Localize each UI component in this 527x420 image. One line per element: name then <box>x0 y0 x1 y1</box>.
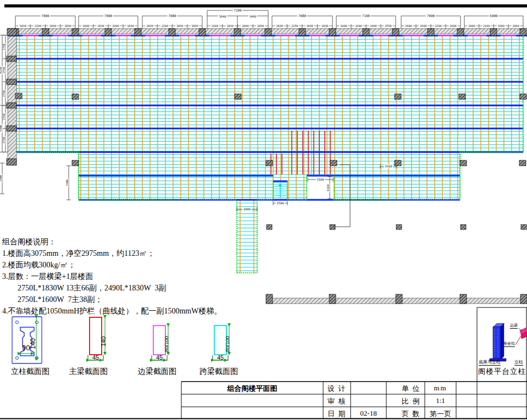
column-block <box>72 94 79 99</box>
dim-label: 1830 <box>19 24 26 27</box>
stairwell <box>237 200 257 273</box>
note-line: 4.不靠墙处配1050mmH护栏（曲线处），配一副1500mmW楼梯。 <box>2 306 221 316</box>
column-block <box>396 294 402 304</box>
column-block <box>7 126 16 131</box>
column-block <box>520 29 526 36</box>
column-block <box>265 29 271 36</box>
dim-label: 1900 <box>340 24 347 27</box>
page-top-border <box>4 4 527 8</box>
column-block <box>105 29 112 36</box>
section-dim: 140 <box>29 338 37 349</box>
dim-label: 1830 <box>127 24 134 27</box>
dim-label: 6900 <box>490 14 498 18</box>
column-block <box>396 225 402 229</box>
column-block <box>395 94 401 99</box>
column-block <box>395 160 401 166</box>
dim-label: 2150 <box>291 24 298 27</box>
dim-label: 1830 <box>321 24 329 27</box>
column-block <box>7 56 16 61</box>
column-block <box>461 225 466 229</box>
dim-label: 3460 <box>249 15 256 18</box>
dim-label: 2000 <box>112 24 119 27</box>
dim-label: 2060 <box>512 24 519 27</box>
legend-label-safety-lock: 安全扣 <box>503 341 515 347</box>
scale-label: 比 例 <box>402 396 420 406</box>
dim-label: 1830 <box>97 24 104 27</box>
left-wall <box>8 29 16 163</box>
design-label: 设 计 <box>328 384 346 394</box>
dim-label: 1920 <box>385 165 392 168</box>
section-dim: 140 <box>100 337 107 346</box>
dim-label: 7080 <box>298 14 307 18</box>
column-block <box>72 29 79 36</box>
column-block <box>490 29 497 36</box>
column-block <box>521 225 526 229</box>
dim-label: 2000 <box>82 24 90 27</box>
dim-label: 3300 <box>0 175 2 182</box>
section-dim: 45 <box>214 354 227 361</box>
column-block <box>7 29 16 36</box>
column-block <box>392 29 399 36</box>
legend-label-edge-beam: 边梁 <box>510 323 518 329</box>
dim-label: 1830 <box>176 24 184 27</box>
column-block <box>135 29 141 36</box>
section-diagrams <box>12 317 229 363</box>
note-line: 3.层数：一层横梁+1层楼面 <box>2 272 93 282</box>
column-block <box>7 159 16 165</box>
dim-label: 1600 <box>498 24 505 27</box>
cad-drawing-page: 7000183022001830183070002000183020001830… <box>0 0 527 420</box>
column-block <box>519 160 526 166</box>
review-label: 审 核 <box>328 396 346 406</box>
section-dim: 80/100 <box>163 336 169 352</box>
column-block <box>234 29 241 36</box>
section-dim: 45 <box>89 354 102 361</box>
dim-label: 2200 <box>435 24 442 27</box>
column-block <box>42 29 49 36</box>
dim-label: 2100 <box>212 24 219 27</box>
dim-label: 2000 <box>243 208 251 211</box>
floor-plan-drawing: 7000183022001830183070002000183020001830… <box>0 0 527 420</box>
section-label-main-beam: 主梁截面图 <box>65 367 112 377</box>
section-label-edge-beam: 边梁截面图 <box>134 367 181 377</box>
scale-value: 1:1 <box>425 396 456 405</box>
dim-label: 1830 <box>191 24 198 27</box>
staircase <box>274 182 287 200</box>
note-line: 1.楼面高3075mm，净空2975mm，约1123㎡； <box>2 249 155 259</box>
dim-label: 1500 <box>276 201 284 205</box>
column-block <box>428 29 434 36</box>
legend-label-column: 立柱 <box>514 359 523 366</box>
dim-label: 2550 <box>385 24 392 27</box>
dim-label: 1830 <box>146 24 153 27</box>
dim-label: 2200 <box>35 24 42 27</box>
column-block <box>266 160 273 166</box>
column-block <box>363 29 369 36</box>
column-block <box>72 160 79 166</box>
dim-label: 7080 <box>168 14 176 18</box>
pages-label: 页 数 <box>402 409 420 419</box>
note-line: 2.楼面均载300kg/㎡； <box>2 260 75 270</box>
dim-label: 3100 <box>317 178 324 181</box>
date-value: 02-18 <box>352 409 385 418</box>
legend-label-base-column: 底座与立柱 <box>479 359 501 366</box>
dim-label: 1830 <box>307 24 314 27</box>
column-block <box>330 225 335 229</box>
column-block <box>520 294 527 304</box>
column-block <box>460 160 467 166</box>
drawing-title: 组合阁楼平面图 <box>187 384 318 394</box>
dim-label: 1830 <box>64 24 71 27</box>
unit-value: mm <box>425 384 456 393</box>
column-block <box>7 79 16 85</box>
dim-label: 2100 <box>483 24 490 27</box>
dim-label: 1600 <box>370 24 377 27</box>
section-label-cross-beam: 跨梁截面图 <box>195 367 242 377</box>
pages-value: 第一页 <box>425 409 456 419</box>
dim-label: 7000 <box>41 14 49 18</box>
column-block <box>459 94 465 99</box>
dim-label: 1600 <box>450 24 457 27</box>
dim-label: 1600 <box>405 24 412 27</box>
column-block <box>299 29 306 36</box>
dim-label: 3300 <box>65 180 69 186</box>
dim-label: 3100 <box>326 184 330 191</box>
dim-label: 1830 <box>276 24 284 27</box>
column-block <box>329 294 336 304</box>
